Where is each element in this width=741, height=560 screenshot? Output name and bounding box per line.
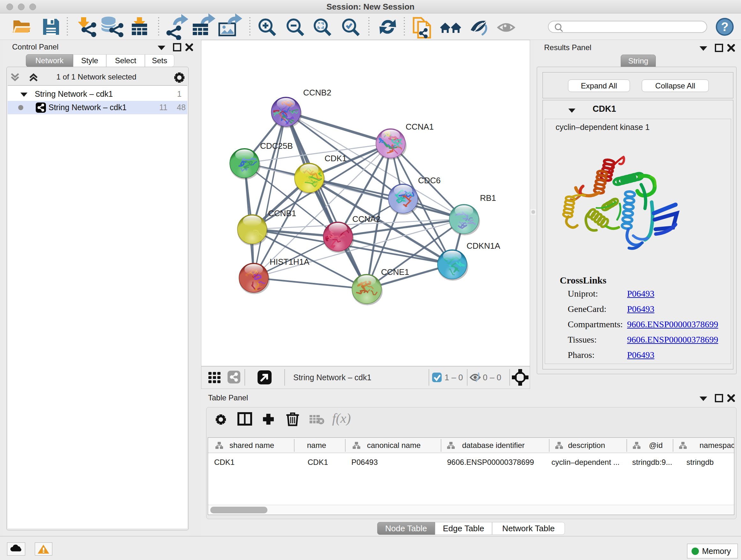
svg-text:HIST1H1A: HIST1H1A: [270, 257, 310, 266]
svg-text:CDC6: CDC6: [418, 176, 441, 185]
svg-text:String Network – cdk1: String Network – cdk1: [293, 373, 372, 382]
svg-text:CDK1: CDK1: [325, 153, 347, 163]
svg-text:@id: @id: [649, 441, 663, 449]
svg-text:CCNB1: CCNB1: [268, 208, 296, 218]
svg-text:f(x): f(x): [332, 411, 351, 426]
svg-text:shared name: shared name: [229, 441, 274, 449]
svg-text:stringdb:9...: stringdb:9...: [632, 458, 672, 466]
svg-text:CCNE1: CCNE1: [381, 267, 409, 277]
svg-text:RB1: RB1: [480, 193, 496, 203]
svg-text:9606.ENSP00000378699: 9606.ENSP00000378699: [447, 458, 534, 466]
svg-text:P06493: P06493: [351, 458, 378, 466]
svg-text:database identifier: database identifier: [462, 441, 525, 449]
svg-text:CDKN1A: CDKN1A: [467, 241, 500, 251]
svg-text:cyclin–dependent ...: cyclin–dependent ...: [551, 458, 619, 466]
svg-text:CCNA1: CCNA1: [406, 122, 434, 132]
svg-text:namespace: namespace: [699, 441, 734, 449]
svg-text:description: description: [568, 441, 605, 449]
svg-text:name: name: [307, 441, 326, 449]
svg-text:CDK1: CDK1: [308, 458, 328, 466]
svg-text:CCNA2: CCNA2: [352, 214, 381, 224]
svg-text:CCNB2: CCNB2: [303, 88, 331, 98]
svg-text:CDC25B: CDC25B: [260, 141, 293, 151]
svg-text:1 – 0: 1 – 0: [445, 373, 463, 382]
svg-text:?: ?: [721, 20, 728, 34]
svg-text:stringdb: stringdb: [686, 458, 714, 466]
svg-text:0 – 0: 0 – 0: [483, 373, 501, 382]
svg-text:canonical name: canonical name: [367, 441, 421, 449]
svg-text:CDK1: CDK1: [214, 458, 234, 466]
